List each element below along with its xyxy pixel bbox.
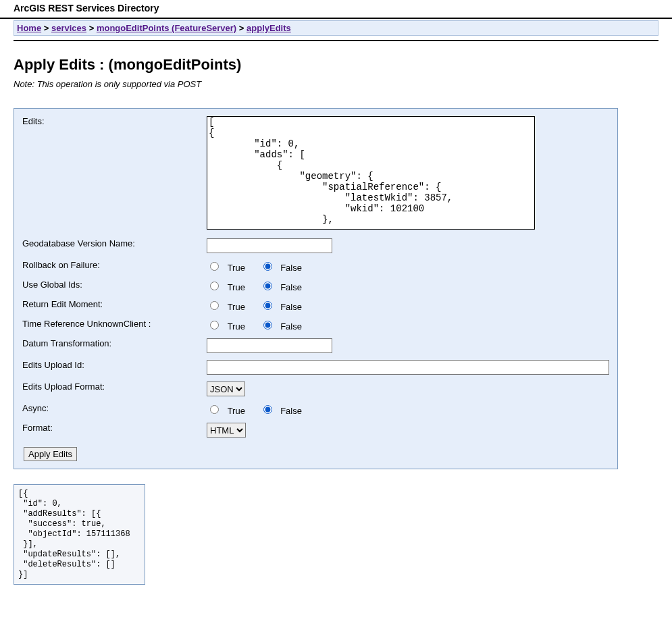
datum-label: Datum Transformation: (20, 335, 204, 357)
breadcrumb-home[interactable]: Home (17, 23, 41, 33)
breadcrumb-operation[interactable]: applyEdits (247, 23, 291, 33)
page-title: Apply Edits : (mongoEditPoints) (14, 56, 658, 74)
edits-label: Edits: (20, 113, 204, 235)
breadcrumb-sep: > (44, 23, 49, 33)
async-false[interactable] (263, 405, 272, 414)
rollback-false[interactable] (263, 262, 272, 271)
breadcrumb-sep: > (239, 23, 244, 33)
datum-input[interactable] (207, 338, 332, 353)
async-label: Async: (20, 400, 204, 419)
timeref-true-label: True (228, 321, 245, 332)
useglobalids-label: Use Global Ids: (20, 276, 204, 296)
returnedit-false-label: False (280, 302, 302, 312)
result-output: [{ "id": 0, "addResults": [{ "success": … (14, 484, 145, 585)
header-rule (0, 18, 672, 19)
rollback-false-label: False (280, 263, 302, 273)
rollback-true[interactable] (210, 262, 219, 271)
breadcrumb-rule (14, 40, 658, 41)
returnedit-true-label: True (228, 302, 245, 312)
breadcrumb-layer[interactable]: mongoEditPoints (FeatureServer) (97, 23, 236, 33)
useglobalids-true-label: True (228, 282, 245, 292)
editsuploadid-label: Edits Upload Id: (20, 357, 204, 378)
header-title: ArcGIS REST Services Directory (0, 0, 672, 16)
editsuploadformat-label: Edits Upload Format: (20, 378, 204, 400)
breadcrumb-services[interactable]: services (51, 23, 86, 33)
gdb-version-input[interactable] (207, 238, 332, 253)
rollback-true-label: True (228, 263, 245, 273)
returnedit-true[interactable] (210, 301, 219, 310)
breadcrumb-sep: > (89, 23, 95, 33)
async-false-label: False (280, 406, 302, 416)
form-box: Edits: [ { "id": 0, "adds": [ { "geometr… (14, 108, 618, 469)
timeref-label: Time Reference UnknownClient : (20, 315, 204, 335)
useglobalids-true[interactable] (210, 282, 219, 290)
apply-edits-button[interactable]: Apply Edits (24, 447, 77, 461)
timeref-true[interactable] (210, 321, 219, 330)
timeref-false[interactable] (263, 321, 272, 330)
async-true-label: True (228, 406, 245, 416)
gdb-version-label: Geodatabase Version Name: (20, 235, 204, 257)
async-true[interactable] (210, 405, 219, 414)
returnedit-label: Return Edit Moment: (20, 296, 204, 315)
useglobalids-false-label: False (280, 282, 302, 292)
format-select[interactable]: HTML (207, 423, 246, 438)
useglobalids-false[interactable] (263, 282, 272, 290)
edits-textarea[interactable]: [ { "id": 0, "adds": [ { "geometry": { "… (207, 116, 535, 230)
format-label: Format: (20, 419, 204, 441)
timeref-false-label: False (280, 321, 302, 332)
breadcrumb: Home > services > mongoEditPoints (Featu… (14, 20, 658, 36)
rollback-label: Rollback on Failure: (20, 257, 204, 276)
returnedit-false[interactable] (263, 301, 272, 310)
page-note: Note: This operation is only supported v… (14, 79, 658, 89)
editsuploadformat-select[interactable]: JSON (207, 381, 245, 396)
rollback-radios: True False (204, 257, 612, 276)
editsuploadid-input[interactable] (207, 360, 609, 375)
